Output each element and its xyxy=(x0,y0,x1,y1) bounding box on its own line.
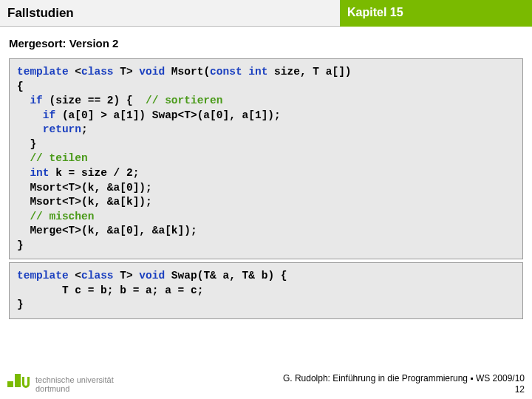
tu-logo-icon xyxy=(7,374,30,395)
code-text: Merge<T>(k, &a[0], &a[k]); xyxy=(17,225,197,236)
code-text: Msort<T>(k, &a[k]); xyxy=(17,196,152,208)
comment: // sortieren xyxy=(146,95,222,106)
code-text: } xyxy=(17,138,36,150)
svg-rect-1 xyxy=(15,374,21,387)
code-text xyxy=(17,167,30,179)
code-text xyxy=(17,123,43,135)
code-text xyxy=(17,109,43,121)
svg-rect-0 xyxy=(7,381,13,387)
kw-int: int xyxy=(30,167,49,179)
header-bar: Fallstudien Kapitel 15 xyxy=(0,0,532,27)
page-number: 12 xyxy=(283,384,525,395)
code-text: < xyxy=(69,66,81,78)
kw-void: void xyxy=(139,66,165,78)
code-text: k = size / 2; xyxy=(50,167,140,179)
subtitle: Mergesort: Version 2 xyxy=(0,27,532,55)
code-text: { xyxy=(17,81,24,92)
kw-class: class xyxy=(81,270,114,282)
code-text xyxy=(17,211,30,222)
header-left: Fallstudien xyxy=(0,0,340,27)
code-text: T> xyxy=(114,66,140,78)
code-text: size, T a[]) xyxy=(267,66,351,78)
code-text: (size == 2) { xyxy=(43,95,146,106)
uni-line1: technische universität xyxy=(35,375,114,384)
code-text: Msort( xyxy=(165,66,210,78)
code-block-msort: template <class T> void Msort(const int … xyxy=(9,58,523,259)
code-text: } xyxy=(17,239,24,251)
kw-class: class xyxy=(81,66,114,78)
code-text: ; xyxy=(81,123,88,135)
code-text xyxy=(17,95,30,106)
logo-text: technische universität dortmund xyxy=(35,375,114,393)
kw-template: template xyxy=(17,270,69,282)
code-text: } xyxy=(17,299,24,310)
code-text xyxy=(17,152,30,164)
kw-return: return xyxy=(43,123,81,135)
comment: // mischen xyxy=(30,211,94,222)
uni-line2: dortmund xyxy=(35,384,114,393)
footer-right: G. Rudolph: Einführung in die Programmie… xyxy=(283,373,525,395)
code-text: < xyxy=(69,270,81,282)
kw-if: if xyxy=(43,109,55,121)
comment: // teilen xyxy=(30,152,87,164)
code-block-swap: template <class T> void Swap(T& a, T& b)… xyxy=(9,262,523,319)
kw-template: template xyxy=(17,66,69,78)
kw-if: if xyxy=(30,95,42,106)
kw-void: void xyxy=(139,270,165,282)
code-text: Swap(T& a, T& b) { xyxy=(165,270,287,282)
header-right: Kapitel 15 xyxy=(340,0,532,27)
credit-line: G. Rudolph: Einführung in die Programmie… xyxy=(283,373,525,383)
code-text: T> xyxy=(114,270,140,282)
logo-wrap: technische universität dortmund xyxy=(7,374,114,395)
code-text: T c = b; b = a; a = c; xyxy=(17,284,203,296)
kw-constint: const int xyxy=(210,66,267,78)
code-text: (a[0] > a[1]) Swap<T>(a[0], a[1]); xyxy=(55,109,281,121)
code-text: Msort<T>(k, &a[0]); xyxy=(17,182,152,194)
footer: technische universität dortmund G. Rudol… xyxy=(0,367,532,399)
